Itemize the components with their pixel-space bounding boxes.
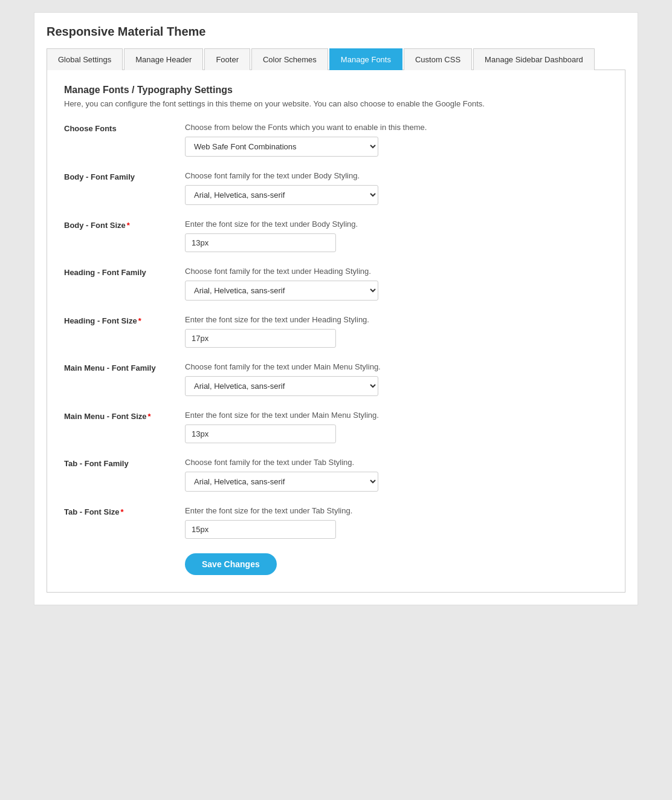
heading-font-family-label: Heading - Font Family xyxy=(64,267,185,277)
main-menu-font-size-field: Enter the font size for the text under M… xyxy=(185,411,608,443)
main-menu-font-family-field: Choose font family for the text under Ma… xyxy=(185,362,608,396)
tab-custom-css[interactable]: Custom CSS xyxy=(404,48,472,70)
tab-font-size-input[interactable] xyxy=(185,520,336,539)
body-font-family-select[interactable]: Arial, Helvetica, sans-serif Georgia, se… xyxy=(185,185,378,205)
body-font-family-hint: Choose font family for the text under Bo… xyxy=(185,171,608,180)
main-menu-font-family-label: Main Menu - Font Family xyxy=(64,362,185,372)
tab-font-family-hint: Choose font family for the text under Ta… xyxy=(185,458,608,467)
tab-manage-header[interactable]: Manage Header xyxy=(124,48,203,70)
tab-font-family-select[interactable]: Arial, Helvetica, sans-serif Georgia, se… xyxy=(185,472,378,492)
save-changes-button[interactable]: Save Changes xyxy=(185,553,277,575)
save-row: Save Changes xyxy=(64,553,608,575)
section-desc: Here, you can configure the font setting… xyxy=(64,99,608,108)
body-font-size-field: Enter the font size for the text under B… xyxy=(185,220,608,252)
tab-footer[interactable]: Footer xyxy=(204,48,250,70)
choose-fonts-field: Choose from below the Fonts which you wa… xyxy=(185,123,608,157)
body-font-size-row: Body - Font Size* Enter the font size fo… xyxy=(64,220,608,252)
tab-font-family-field: Choose font family for the text under Ta… xyxy=(185,458,608,492)
main-menu-font-size-hint: Enter the font size for the text under M… xyxy=(185,411,608,420)
tab-font-size-row: Tab - Font Size* Enter the font size for… xyxy=(64,506,608,539)
heading-font-family-field: Choose font family for the text under He… xyxy=(185,267,608,301)
heading-font-size-row: Heading - Font Size* Enter the font size… xyxy=(64,315,608,348)
main-menu-font-family-hint: Choose font family for the text under Ma… xyxy=(185,362,608,371)
tab-color-schemes[interactable]: Color Schemes xyxy=(251,48,328,70)
tab-font-size-label: Tab - Font Size* xyxy=(64,506,185,516)
body-font-size-input[interactable] xyxy=(185,233,336,252)
tab-font-family-row: Tab - Font Family Choose font family for… xyxy=(64,458,608,492)
page-wrapper: Responsive Material Theme Global Setting… xyxy=(34,12,638,605)
heading-font-size-input[interactable] xyxy=(185,329,336,348)
choose-fonts-label: Choose Fonts xyxy=(64,123,185,133)
body-font-family-field: Choose font family for the text under Bo… xyxy=(185,171,608,205)
heading-font-size-field: Enter the font size for the text under H… xyxy=(185,315,608,348)
body-font-family-label: Body - Font Family xyxy=(64,171,185,181)
tab-font-family-label: Tab - Font Family xyxy=(64,458,185,468)
heading-font-family-select[interactable]: Arial, Helvetica, sans-serif Georgia, se… xyxy=(185,281,378,301)
main-menu-font-size-row: Main Menu - Font Size* Enter the font si… xyxy=(64,411,608,443)
choose-fonts-row: Choose Fonts Choose from below the Fonts… xyxy=(64,123,608,157)
section-title: Manage Fonts / Typography Settings xyxy=(64,85,608,96)
heading-font-size-hint: Enter the font size for the text under H… xyxy=(185,315,608,324)
heading-font-size-required: * xyxy=(138,316,141,325)
body-font-family-row: Body - Font Family Choose font family fo… xyxy=(64,171,608,205)
tab-font-size-required: * xyxy=(120,507,123,516)
content-box: Manage Fonts / Typography Settings Here,… xyxy=(47,70,625,593)
page-title: Responsive Material Theme xyxy=(47,25,625,39)
main-menu-font-size-label: Main Menu - Font Size* xyxy=(64,411,185,421)
heading-font-family-hint: Choose font family for the text under He… xyxy=(185,267,608,276)
choose-fonts-select[interactable]: Web Safe Font Combinations Google Fonts xyxy=(185,137,378,157)
tab-font-size-field: Enter the font size for the text under T… xyxy=(185,506,608,539)
main-menu-font-family-row: Main Menu - Font Family Choose font fami… xyxy=(64,362,608,396)
main-menu-font-family-select[interactable]: Arial, Helvetica, sans-serif Georgia, se… xyxy=(185,376,378,396)
tab-global-settings[interactable]: Global Settings xyxy=(47,48,123,70)
body-font-size-required: * xyxy=(127,221,130,230)
tab-bar: Global Settings Manage Header Footer Col… xyxy=(47,48,625,70)
heading-font-family-row: Heading - Font Family Choose font family… xyxy=(64,267,608,301)
tab-manage-sidebar-dashboard[interactable]: Manage Sidebar Dashboard xyxy=(473,48,595,70)
tab-manage-fonts[interactable]: Manage Fonts xyxy=(329,48,402,70)
choose-fonts-hint: Choose from below the Fonts which you wa… xyxy=(185,123,608,132)
tab-font-size-hint: Enter the font size for the text under T… xyxy=(185,506,608,515)
main-menu-font-size-required: * xyxy=(148,412,151,421)
main-menu-font-size-input[interactable] xyxy=(185,424,336,443)
heading-font-size-label: Heading - Font Size* xyxy=(64,315,185,325)
body-font-size-label: Body - Font Size* xyxy=(64,220,185,230)
body-font-size-hint: Enter the font size for the text under B… xyxy=(185,220,608,229)
